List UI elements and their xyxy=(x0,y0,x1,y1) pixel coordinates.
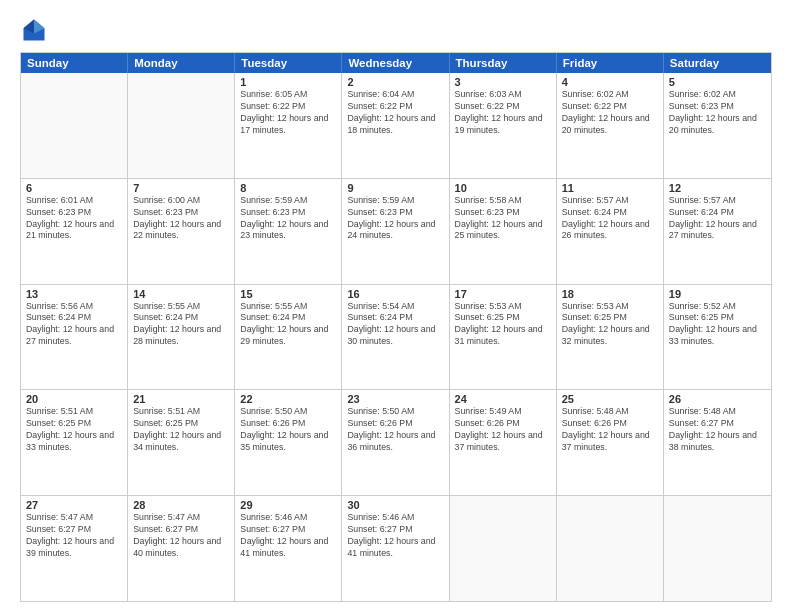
calendar-cell: 13Sunrise: 5:56 AM Sunset: 6:24 PM Dayli… xyxy=(21,285,128,390)
day-info: Sunrise: 5:54 AM Sunset: 6:24 PM Dayligh… xyxy=(347,301,443,349)
day-number: 16 xyxy=(347,288,443,300)
calendar-header-row: SundayMondayTuesdayWednesdayThursdayFrid… xyxy=(21,53,771,73)
calendar-header-cell: Tuesday xyxy=(235,53,342,73)
calendar-header-cell: Friday xyxy=(557,53,664,73)
day-number: 9 xyxy=(347,182,443,194)
calendar-body: 1Sunrise: 6:05 AM Sunset: 6:22 PM Daylig… xyxy=(21,73,771,601)
day-info: Sunrise: 5:48 AM Sunset: 6:27 PM Dayligh… xyxy=(669,406,766,454)
calendar-cell: 11Sunrise: 5:57 AM Sunset: 6:24 PM Dayli… xyxy=(557,179,664,284)
day-info: Sunrise: 6:02 AM Sunset: 6:22 PM Dayligh… xyxy=(562,89,658,137)
calendar-cell: 26Sunrise: 5:48 AM Sunset: 6:27 PM Dayli… xyxy=(664,390,771,495)
page: SundayMondayTuesdayWednesdayThursdayFrid… xyxy=(0,0,792,612)
day-info: Sunrise: 5:55 AM Sunset: 6:24 PM Dayligh… xyxy=(133,301,229,349)
day-number: 20 xyxy=(26,393,122,405)
day-info: Sunrise: 5:49 AM Sunset: 6:26 PM Dayligh… xyxy=(455,406,551,454)
day-number: 2 xyxy=(347,76,443,88)
day-info: Sunrise: 5:55 AM Sunset: 6:24 PM Dayligh… xyxy=(240,301,336,349)
calendar-cell: 12Sunrise: 5:57 AM Sunset: 6:24 PM Dayli… xyxy=(664,179,771,284)
day-info: Sunrise: 5:51 AM Sunset: 6:25 PM Dayligh… xyxy=(26,406,122,454)
day-number: 25 xyxy=(562,393,658,405)
day-info: Sunrise: 5:53 AM Sunset: 6:25 PM Dayligh… xyxy=(562,301,658,349)
calendar-cell: 23Sunrise: 5:50 AM Sunset: 6:26 PM Dayli… xyxy=(342,390,449,495)
day-info: Sunrise: 5:46 AM Sunset: 6:27 PM Dayligh… xyxy=(347,512,443,560)
calendar-cell: 18Sunrise: 5:53 AM Sunset: 6:25 PM Dayli… xyxy=(557,285,664,390)
day-info: Sunrise: 6:03 AM Sunset: 6:22 PM Dayligh… xyxy=(455,89,551,137)
calendar-cell: 3Sunrise: 6:03 AM Sunset: 6:22 PM Daylig… xyxy=(450,73,557,178)
calendar-week: 13Sunrise: 5:56 AM Sunset: 6:24 PM Dayli… xyxy=(21,285,771,391)
calendar-cell: 7Sunrise: 6:00 AM Sunset: 6:23 PM Daylig… xyxy=(128,179,235,284)
day-number: 8 xyxy=(240,182,336,194)
day-number: 26 xyxy=(669,393,766,405)
day-info: Sunrise: 6:00 AM Sunset: 6:23 PM Dayligh… xyxy=(133,195,229,243)
calendar-header-cell: Monday xyxy=(128,53,235,73)
day-info: Sunrise: 5:56 AM Sunset: 6:24 PM Dayligh… xyxy=(26,301,122,349)
day-info: Sunrise: 5:50 AM Sunset: 6:26 PM Dayligh… xyxy=(347,406,443,454)
calendar-cell: 15Sunrise: 5:55 AM Sunset: 6:24 PM Dayli… xyxy=(235,285,342,390)
calendar-cell xyxy=(664,496,771,601)
day-info: Sunrise: 5:50 AM Sunset: 6:26 PM Dayligh… xyxy=(240,406,336,454)
calendar-cell: 27Sunrise: 5:47 AM Sunset: 6:27 PM Dayli… xyxy=(21,496,128,601)
day-info: Sunrise: 5:57 AM Sunset: 6:24 PM Dayligh… xyxy=(562,195,658,243)
calendar-cell: 6Sunrise: 6:01 AM Sunset: 6:23 PM Daylig… xyxy=(21,179,128,284)
calendar-cell: 14Sunrise: 5:55 AM Sunset: 6:24 PM Dayli… xyxy=(128,285,235,390)
calendar-week: 1Sunrise: 6:05 AM Sunset: 6:22 PM Daylig… xyxy=(21,73,771,179)
day-info: Sunrise: 5:48 AM Sunset: 6:26 PM Dayligh… xyxy=(562,406,658,454)
day-info: Sunrise: 5:47 AM Sunset: 6:27 PM Dayligh… xyxy=(26,512,122,560)
calendar-cell: 10Sunrise: 5:58 AM Sunset: 6:23 PM Dayli… xyxy=(450,179,557,284)
calendar-cell: 9Sunrise: 5:59 AM Sunset: 6:23 PM Daylig… xyxy=(342,179,449,284)
calendar-cell xyxy=(21,73,128,178)
logo xyxy=(20,16,52,44)
calendar-cell: 19Sunrise: 5:52 AM Sunset: 6:25 PM Dayli… xyxy=(664,285,771,390)
day-number: 14 xyxy=(133,288,229,300)
calendar-cell: 16Sunrise: 5:54 AM Sunset: 6:24 PM Dayli… xyxy=(342,285,449,390)
day-info: Sunrise: 5:47 AM Sunset: 6:27 PM Dayligh… xyxy=(133,512,229,560)
day-number: 1 xyxy=(240,76,336,88)
day-number: 5 xyxy=(669,76,766,88)
day-number: 17 xyxy=(455,288,551,300)
calendar-cell: 5Sunrise: 6:02 AM Sunset: 6:23 PM Daylig… xyxy=(664,73,771,178)
calendar-cell: 1Sunrise: 6:05 AM Sunset: 6:22 PM Daylig… xyxy=(235,73,342,178)
calendar-header-cell: Thursday xyxy=(450,53,557,73)
day-number: 29 xyxy=(240,499,336,511)
calendar: SundayMondayTuesdayWednesdayThursdayFrid… xyxy=(20,52,772,602)
day-number: 12 xyxy=(669,182,766,194)
day-number: 24 xyxy=(455,393,551,405)
calendar-header-cell: Sunday xyxy=(21,53,128,73)
calendar-cell: 30Sunrise: 5:46 AM Sunset: 6:27 PM Dayli… xyxy=(342,496,449,601)
logo-icon xyxy=(20,16,48,44)
day-number: 13 xyxy=(26,288,122,300)
calendar-cell: 17Sunrise: 5:53 AM Sunset: 6:25 PM Dayli… xyxy=(450,285,557,390)
day-number: 11 xyxy=(562,182,658,194)
calendar-cell: 20Sunrise: 5:51 AM Sunset: 6:25 PM Dayli… xyxy=(21,390,128,495)
calendar-week: 20Sunrise: 5:51 AM Sunset: 6:25 PM Dayli… xyxy=(21,390,771,496)
day-info: Sunrise: 6:05 AM Sunset: 6:22 PM Dayligh… xyxy=(240,89,336,137)
calendar-cell: 25Sunrise: 5:48 AM Sunset: 6:26 PM Dayli… xyxy=(557,390,664,495)
day-number: 4 xyxy=(562,76,658,88)
day-number: 3 xyxy=(455,76,551,88)
day-number: 15 xyxy=(240,288,336,300)
day-number: 21 xyxy=(133,393,229,405)
day-info: Sunrise: 6:04 AM Sunset: 6:22 PM Dayligh… xyxy=(347,89,443,137)
calendar-cell: 4Sunrise: 6:02 AM Sunset: 6:22 PM Daylig… xyxy=(557,73,664,178)
calendar-week: 27Sunrise: 5:47 AM Sunset: 6:27 PM Dayli… xyxy=(21,496,771,601)
calendar-cell: 24Sunrise: 5:49 AM Sunset: 6:26 PM Dayli… xyxy=(450,390,557,495)
day-number: 28 xyxy=(133,499,229,511)
day-info: Sunrise: 6:02 AM Sunset: 6:23 PM Dayligh… xyxy=(669,89,766,137)
calendar-cell: 8Sunrise: 5:59 AM Sunset: 6:23 PM Daylig… xyxy=(235,179,342,284)
calendar-cell: 2Sunrise: 6:04 AM Sunset: 6:22 PM Daylig… xyxy=(342,73,449,178)
calendar-header-cell: Wednesday xyxy=(342,53,449,73)
day-info: Sunrise: 5:53 AM Sunset: 6:25 PM Dayligh… xyxy=(455,301,551,349)
calendar-cell xyxy=(128,73,235,178)
calendar-cell xyxy=(450,496,557,601)
calendar-cell: 28Sunrise: 5:47 AM Sunset: 6:27 PM Dayli… xyxy=(128,496,235,601)
day-info: Sunrise: 5:59 AM Sunset: 6:23 PM Dayligh… xyxy=(347,195,443,243)
day-number: 10 xyxy=(455,182,551,194)
calendar-cell: 29Sunrise: 5:46 AM Sunset: 6:27 PM Dayli… xyxy=(235,496,342,601)
day-number: 18 xyxy=(562,288,658,300)
day-number: 19 xyxy=(669,288,766,300)
calendar-cell: 21Sunrise: 5:51 AM Sunset: 6:25 PM Dayli… xyxy=(128,390,235,495)
calendar-header-cell: Saturday xyxy=(664,53,771,73)
day-number: 27 xyxy=(26,499,122,511)
day-number: 23 xyxy=(347,393,443,405)
calendar-cell: 22Sunrise: 5:50 AM Sunset: 6:26 PM Dayli… xyxy=(235,390,342,495)
